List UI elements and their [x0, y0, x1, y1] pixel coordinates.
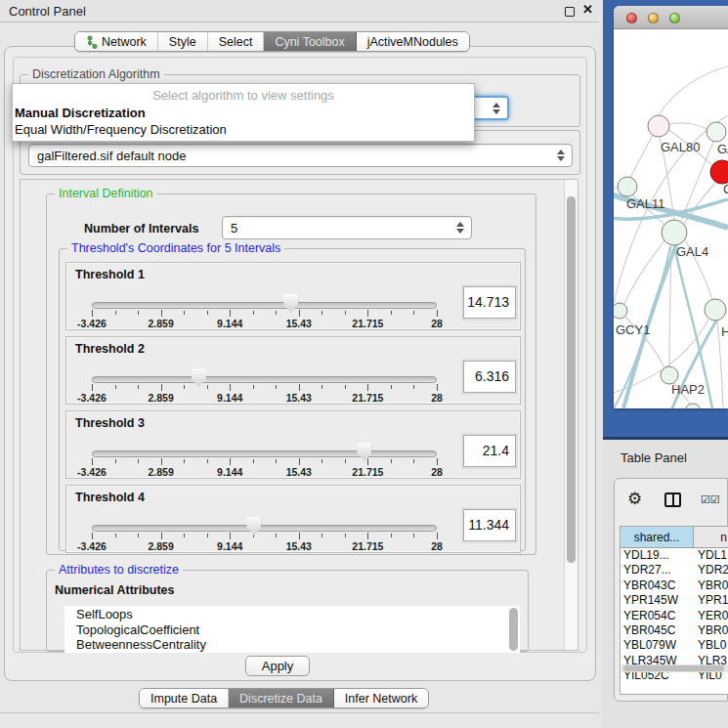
table-panel-body: ⚙ ☑☑ shared... n YDL19... YDL1 YDR27... …	[614, 478, 728, 702]
control-panel-titlebar: Control Panel ✕	[0, 0, 599, 22]
tab-cyni-toolbox[interactable]: Cyni Toolbox	[264, 32, 356, 51]
tab-discretize-data[interactable]: Discretize Data	[229, 689, 334, 707]
node-red-selected[interactable]	[710, 160, 728, 184]
node-label: GAL11	[626, 196, 665, 211]
table-row[interactable]: YDL19... YDL1	[621, 548, 728, 563]
node-attribute-table: shared... n YDL19... YDL1 YDR27... YDR2 …	[620, 526, 728, 695]
node-gal80[interactable]	[648, 115, 669, 137]
threshold-value-field[interactable]: 21.4	[463, 435, 516, 467]
numerical-attributes-list: SelfLoops TopologicalCoefficient Between…	[64, 606, 520, 653]
threshold-slider[interactable]: -3.426 2.859 9.144 15.43 21.715 28	[92, 263, 437, 331]
interval-definition-title: Interval Definition	[55, 187, 157, 200]
tab-select[interactable]: Select	[208, 32, 265, 51]
settings-scrollpane: Interval Definition Number of Intervals …	[20, 179, 578, 651]
gear-icon[interactable]: ⚙	[627, 491, 642, 507]
table-panel-title: Table Panel	[621, 450, 687, 465]
column-header-shared-name[interactable]: shared...	[621, 527, 694, 547]
panel-divider	[0, 712, 599, 713]
control-panel-tabs: Network Style Select Cyni Toolbox jActiv…	[74, 31, 470, 52]
table-row[interactable]: YBR043C YBR0	[621, 578, 728, 593]
checkboxes-icon[interactable]: ☑☑	[701, 493, 720, 506]
column-header-name[interactable]: n	[694, 527, 728, 547]
network-icon	[86, 35, 98, 49]
dropdown-option-equal-width[interactable]: Equal Width/Frequency Discretization	[13, 121, 474, 138]
dropdown-prompt: Select algorithm to view settings	[13, 84, 474, 105]
thresholds-group: Threshold's Coordinates for 5 Intervals …	[59, 248, 526, 551]
list-item[interactable]: BetweennessCentrality	[64, 636, 520, 652]
minimize-traffic-light-icon[interactable]	[648, 13, 659, 23]
threshold-slider[interactable]: -3.426 2.859 9.144 15.43 21.715 28	[92, 337, 437, 406]
number-of-intervals-combobox[interactable]: 5	[222, 216, 472, 239]
node-gcy1[interactable]	[614, 303, 627, 319]
list-scrollbar-thumb[interactable]	[509, 608, 518, 651]
table-data-combobox[interactable]: galFiltered.sif default node	[28, 144, 573, 167]
apply-button[interactable]: Apply	[245, 656, 310, 676]
slider-track[interactable]	[92, 302, 437, 309]
scrollbar-thumb[interactable]	[567, 196, 576, 563]
node-label: HAP2	[671, 382, 705, 397]
thresholds-group-title: Threshold's Coordinates for 5 Intervals	[67, 241, 284, 255]
network-canvas[interactable]: GAL80 GA C GAL11 GAL4 GCY1 H HAP2	[614, 29, 728, 408]
close-icon[interactable]: ✕	[582, 2, 593, 17]
network-window-titlebar[interactable]	[614, 6, 728, 29]
node-gal4[interactable]	[662, 220, 687, 245]
slider-track[interactable]	[92, 450, 437, 457]
dropdown-option-manual[interactable]: Manual Discretization	[13, 105, 474, 121]
threshold-value-field[interactable]: 14.713	[463, 286, 516, 319]
combo-stepper-icon	[557, 150, 565, 161]
split-columns-icon[interactable]	[664, 492, 681, 507]
combo-stepper-icon	[456, 222, 464, 234]
list-item[interactable]: SelfLoops	[64, 606, 520, 621]
node-label: H	[721, 324, 728, 339]
network-view-window: GAL80 GA C GAL11 GAL4 GCY1 H HAP2	[614, 6, 728, 408]
threshold-value-field[interactable]: 11.344	[463, 509, 516, 541]
number-of-intervals-label: Number of Intervals	[84, 222, 198, 236]
table-row[interactable]: YBR045C YBR0	[621, 623, 728, 638]
node-partial-top[interactable]	[707, 122, 726, 142]
attributes-group: Attributes to discretize Numerical Attri…	[46, 570, 529, 652]
slider-scale-labels: -3.426 2.859 9.144 15.43 21.715 28	[92, 392, 437, 404]
threshold-slider[interactable]: -3.426 2.859 9.144 15.43 21.715 28	[92, 411, 437, 480]
node-label: C	[723, 182, 728, 196]
table-row[interactable]: YBL079W YBL0	[621, 638, 728, 653]
float-window-icon[interactable]	[565, 7, 575, 17]
node-partial-bottom[interactable]	[685, 404, 701, 408]
tab-infer-network[interactable]: Infer Network	[334, 689, 428, 707]
table-row[interactable]: YDR27... YDR2	[621, 563, 728, 578]
threshold-value-field[interactable]: 6.316	[463, 361, 516, 393]
slider-scale-labels: -3.426 2.859 9.144 15.43 21.715 28	[92, 540, 437, 552]
tab-impute-data[interactable]: Impute Data	[140, 689, 229, 707]
tab-jactivemnodules[interactable]: jActiveMNodules	[357, 32, 469, 51]
control-panel-title: Control Panel	[9, 4, 86, 19]
node-label: GCY1	[616, 322, 650, 337]
tab-style[interactable]: Style	[158, 32, 208, 51]
vertical-scrollbar[interactable]	[564, 180, 578, 650]
table-row[interactable]: YER054C YER0	[621, 609, 728, 623]
control-panel: Control Panel ✕ Network Style Select Cyn…	[0, 0, 599, 728]
scrollbar-thumb[interactable]	[623, 665, 724, 671]
discretization-algorithm-group-title: Discretization Algorithm	[28, 67, 164, 81]
node-label: GA	[717, 142, 728, 156]
table-panel: Table Panel ⚙ ☑☑ shared... n YDL19... YD…	[603, 440, 728, 728]
node-gal11[interactable]	[618, 177, 637, 196]
combo-stepper-icon	[492, 103, 500, 114]
threshold-panel: Threshold 1 -3.426 2.859 9.144 15.43 21.…	[65, 262, 521, 330]
list-item[interactable]: TopologicalCoefficient	[64, 621, 520, 637]
numerical-attributes-label: Numerical Attributes	[55, 583, 174, 597]
network-graph: GAL80 GA C GAL11 GAL4 GCY1 H HAP2	[614, 29, 728, 408]
close-traffic-light-icon[interactable]	[626, 13, 637, 23]
zoom-traffic-light-icon[interactable]	[669, 13, 680, 23]
slider-track[interactable]	[92, 525, 437, 532]
threshold-panel: Threshold 4 -3.426 2.859 9.144 15.43 21.…	[65, 485, 521, 553]
threshold-slider[interactable]: -3.426 2.859 9.144 15.43 21.715 28	[92, 486, 437, 554]
slider-scale-labels: -3.426 2.859 9.144 15.43 21.715 28	[92, 318, 437, 329]
node-label: GAL80	[661, 140, 700, 154]
table-header-row: shared... n	[621, 527, 728, 548]
threshold-panel: Threshold 2 -3.426 2.859 9.144 15.43 21.…	[65, 336, 521, 405]
table-row[interactable]: YPR145W YPR1	[621, 593, 728, 608]
horizontal-scrollbar[interactable]	[621, 664, 728, 672]
tab-network[interactable]: Network	[75, 32, 158, 51]
node-label: GAL4	[676, 244, 708, 259]
node-h[interactable]	[705, 299, 726, 321]
slider-track[interactable]	[92, 376, 437, 383]
